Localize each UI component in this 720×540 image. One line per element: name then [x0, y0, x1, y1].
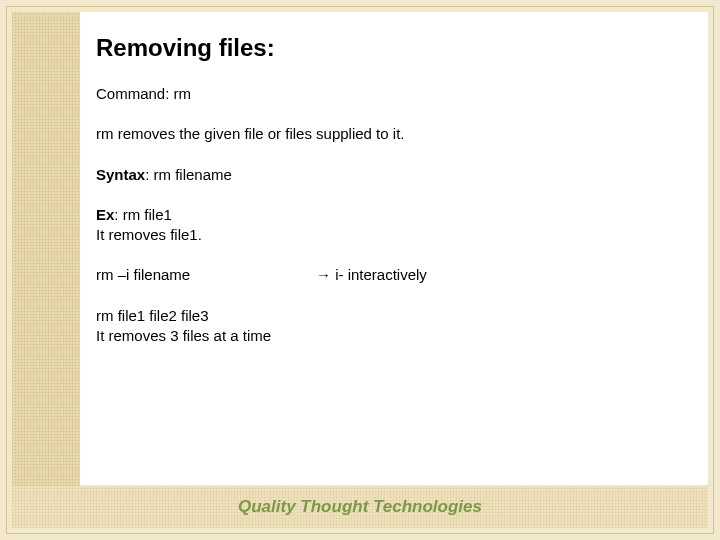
- multi-block: rm file1 file2 file3 It removes 3 files …: [96, 306, 688, 347]
- example-label: Ex: [96, 206, 114, 223]
- syntax-value: : rm filename: [145, 166, 232, 183]
- syntax-line: Syntax: rm filename: [96, 165, 688, 185]
- slide-title: Removing files:: [96, 34, 688, 62]
- multi-result: It removes 3 files at a time: [96, 327, 271, 344]
- command-value: rm: [174, 85, 192, 102]
- description-text: rm removes the given file or files suppl…: [96, 124, 688, 144]
- multi-cmd: rm file1 file2 file3: [96, 307, 209, 324]
- footer-bar: Quality Thought Technologies: [12, 486, 708, 528]
- slide-content: Removing files: Command: rm rm removes t…: [80, 12, 708, 485]
- footer-text: Quality Thought Technologies: [238, 497, 482, 517]
- left-decorative-panel: [12, 12, 80, 528]
- option-desc: i- interactively: [331, 266, 427, 283]
- example-result: It removes file1.: [96, 226, 202, 243]
- example-block: Ex: rm file1 It removes file1.: [96, 205, 688, 246]
- option-desc-wrap: → i- interactively: [316, 265, 427, 285]
- option-cmd: rm –i filename: [96, 265, 316, 285]
- command-line: Command: rm: [96, 84, 688, 104]
- option-block: rm –i filename → i- interactively: [96, 265, 688, 285]
- command-label: Command:: [96, 85, 174, 102]
- example-cmd: : rm file1: [114, 206, 172, 223]
- arrow-icon: →: [316, 267, 331, 283]
- syntax-label: Syntax: [96, 166, 145, 183]
